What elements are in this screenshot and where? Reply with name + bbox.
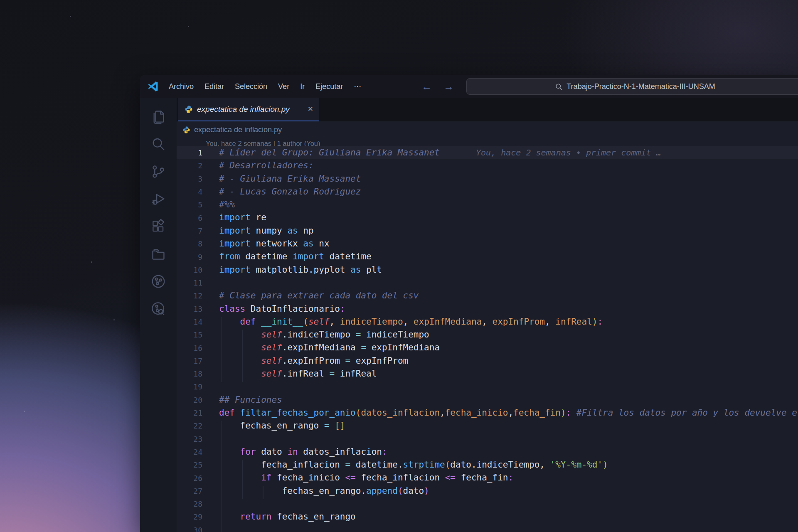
extensions-icon [150,219,166,234]
forward-arrow-icon[interactable]: → [443,81,454,92]
tab-strip: expectatica de inflacion.py ✕ [177,98,798,121]
code-line[interactable]: 5#%% [177,198,798,211]
desktop-star [113,319,115,320]
menu-archivo[interactable]: Archivo [163,80,199,94]
menu-bar: Archivo Editar Selección Ver Ir Ejecutar… [163,79,367,94]
code-line[interactable]: 28 [177,498,798,510]
code-line[interactable]: 19 [177,380,798,393]
code-line[interactable]: 30 [177,524,798,532]
code-line[interactable]: 29 return fechas_en_rango [177,510,798,523]
line-text: self.expInfMediana = expInfMediana [219,341,440,354]
line-text: # Líder del Grupo: Giuliana Erika Massan… [219,146,440,159]
code-line[interactable]: 23 [177,433,798,446]
line-text: from datetime import datetime [219,250,372,263]
code-line[interactable]: 16 self.expInfMediana = expInfMediana [177,341,798,354]
line-text: # - Giuliana Erika Massanet [219,172,361,185]
code-line[interactable]: 25 fecha_inflacion = datetime.strptime(d… [177,458,798,471]
code-line[interactable]: 12# Clase para extraer cada dato del csv [177,289,798,302]
menu-ver[interactable]: Ver [273,80,295,94]
line-text: self.expInfProm = expInfProm [219,355,408,367]
back-arrow-icon[interactable]: ← [421,81,432,92]
editor-group: expectatica de inflacion.py ✕ expectatic… [177,98,798,532]
code-line[interactable]: 10import matplotlib.pyplot as plt [177,264,798,276]
breadcrumb[interactable]: expectatica de inflacion.py [177,121,798,138]
tab-expectatica-de-inflacion[interactable]: expectatica de inflacion.py ✕ [178,98,319,121]
line-text: fechas_en_rango = [] [219,419,345,432]
sidebar-item-git-graph[interactable] [140,268,177,295]
code-line[interactable]: 15 self.indiceTiempo = indiceTiempo [177,328,798,341]
sidebar-item-explorer[interactable] [140,103,177,131]
source-control-icon [150,164,166,180]
gitlens-inspect-icon [150,301,166,317]
sidebar-item-extensions[interactable] [140,213,177,240]
line-text: return fechas_en_rango [219,510,356,523]
command-center-search[interactable]: Trabajo-Practico-N-1-Matematica-III-UNSA… [466,78,798,95]
line-number: 24 [177,448,219,456]
sidebar-item-run-debug[interactable] [140,185,177,213]
line-number: 8 [177,239,219,248]
code-line[interactable]: 20## Funciones [177,394,798,406]
line-number: 30 [177,526,219,532]
code-line[interactable]: 14 def __init__(self, indiceTiempo, expI… [177,315,798,328]
line-number: 6 [177,214,219,222]
menu-ir[interactable]: Ir [295,80,310,94]
tab-label: expectatica de inflacion.py [197,105,303,114]
code-line[interactable]: 22 fechas_en_rango = [] [177,419,798,432]
line-number: 10 [177,266,219,274]
vscode-window: Archivo Editar Selección Ver Ir Ejecutar… [140,75,798,532]
code-editor[interactable]: You, hace 2 semanas | 1 author (You) 1# … [177,138,798,532]
sidebar-item-folder-explorer[interactable] [140,240,177,268]
sidebar-item-gitlens-inspect[interactable] [140,295,177,323]
line-number: 21 [177,409,219,417]
code-line[interactable]: 4# - Lucas Gonzalo Rodriguez [177,185,798,198]
activity-bar [140,98,177,532]
code-line[interactable]: 18 self.infReal = infReal [177,367,798,380]
menu-seleccion[interactable]: Selección [229,80,273,94]
code-line[interactable]: 9from datetime import datetime [177,250,798,263]
code-line[interactable]: 24 for dato in datos_inflacion: [177,446,798,458]
line-number: 1 [177,148,219,157]
code-line[interactable]: 13class DatoInflacionario: [177,303,798,315]
code-lines: 1# Líder del Grupo: Giuliana Erika Massa… [177,146,798,532]
line-text: # Clase para extraer cada dato del csv [219,289,419,302]
line-number: 9 [177,253,219,261]
python-icon [185,105,193,113]
line-text: def filtar_fechas_por_anio(datos_inflaci… [219,406,797,419]
folder-icon [150,246,166,262]
code-line[interactable]: 2# Desarrolladores: [177,159,798,172]
line-text: self.indiceTiempo = indiceTiempo [219,328,429,341]
code-line[interactable]: 21def filtar_fechas_por_anio(datos_infla… [177,406,798,419]
line-text: ## Funciones [219,394,282,406]
search-icon [150,136,166,152]
line-number: 7 [177,227,219,235]
code-line[interactable]: 7import numpy as np [177,224,798,237]
menu-editar[interactable]: Editar [199,80,229,94]
line-number: 16 [177,344,219,352]
sidebar-item-search[interactable] [140,131,177,158]
code-line[interactable]: 6import re [177,211,798,224]
code-line[interactable]: 3# - Giuliana Erika Massanet [177,172,798,185]
line-text: self.infReal = infReal [219,367,377,380]
sidebar-item-source-control[interactable] [140,158,177,185]
desktop-star [24,411,25,412]
line-number: 4 [177,187,219,196]
code-line[interactable]: 27 fechas_en_rango.append(dato) [177,485,798,498]
line-number: 3 [177,175,219,183]
line-text: def __init__(self, indiceTiempo, expInfM… [219,315,603,328]
code-line[interactable]: 1# Líder del Grupo: Giuliana Erika Massa… [177,146,798,159]
git-graph-icon [150,273,166,289]
code-line[interactable]: 8import networkx as nx [177,237,798,250]
code-line[interactable]: 11 [177,276,798,289]
line-number: 14 [177,318,219,326]
line-number: 27 [177,487,219,495]
codelens-annotation[interactable]: You, hace 2 semanas | 1 author (You) [177,138,798,146]
title-bar: Archivo Editar Selección Ver Ir Ejecutar… [140,75,798,98]
git-blame-annotation: You, hace 2 semanas • primer commit … [476,146,661,159]
code-line[interactable]: 26 if fecha_inicio <= fecha_inflacion <=… [177,471,798,484]
line-number: 2 [177,161,219,170]
menu-overflow[interactable]: ⋯ [348,79,367,94]
tab-close-icon[interactable]: ✕ [308,105,313,113]
code-line[interactable]: 17 self.expInfProm = expInfProm [177,355,798,367]
desktop-star [91,261,92,263]
menu-ejecutar[interactable]: Ejecutar [310,80,348,94]
